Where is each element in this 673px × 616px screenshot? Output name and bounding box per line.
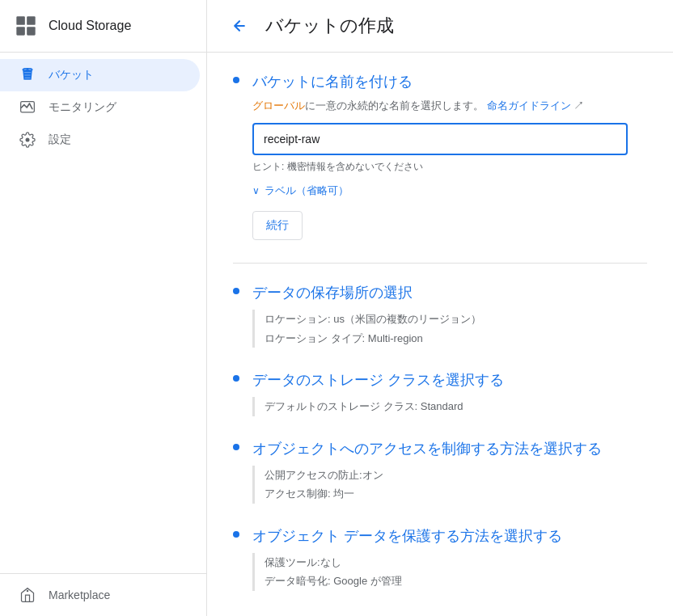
storage-class-line-1: デフォルトのストレージ クラス: Standard (265, 397, 647, 416)
page-title: バケットの作成 (265, 14, 394, 38)
back-button[interactable] (226, 13, 252, 39)
sidebar-item-monitoring[interactable]: モニタリング (0, 91, 200, 124)
bucket-name-input[interactable] (252, 123, 628, 155)
step-bullet-4 (233, 444, 239, 450)
sidebar-item-settings[interactable]: 設定 (0, 124, 200, 156)
monitoring-icon (19, 99, 36, 116)
step-location-info: ロケーション: us（米国の複数のリージョン） ロケーション タイプ: Mult… (252, 310, 647, 348)
marketplace-label: Marketplace (49, 589, 110, 601)
step-bullet-3 (233, 375, 239, 382)
step-storage-class-content: データのストレージ クラスを選択する デフォルトのストレージ クラス: Stan… (252, 370, 647, 416)
step-name-subtext: グローバルに一意の永続的な名前を選択します。 命名ガイドライン ↗ (252, 99, 647, 113)
content-area: バケットに名前を付ける グローバルに一意の永続的な名前を選択します。 命名ガイド… (207, 53, 673, 616)
naming-guidelines-link[interactable]: 命名ガイドライン (487, 99, 571, 112)
input-hint: ヒント: 機密情報を含めないでください (252, 160, 647, 174)
page-header: バケットの作成 (207, 0, 673, 53)
main-content: バケットの作成 バケットに名前を付ける グローバルに一意の永続的な名前を選択しま… (207, 0, 673, 616)
sidebar-nav: バケット モニタリング 設定 (0, 53, 206, 573)
continue-button[interactable]: 続行 (252, 211, 303, 240)
marketplace-icon (19, 587, 36, 603)
svg-rect-1 (27, 16, 35, 24)
svg-point-7 (27, 590, 29, 593)
svg-rect-0 (16, 16, 24, 24)
step-storage-class-info: デフォルトのストレージ クラス: Standard (252, 397, 647, 416)
step-bullet-2 (233, 288, 239, 294)
step-bullet-1 (233, 77, 239, 83)
subtext-middle: に一意の永続的な名前を選択します。 (305, 99, 484, 112)
step-protection-heading: オブジェクト データを保護する方法を選択する (252, 526, 647, 546)
step-name: バケットに名前を付ける グローバルに一意の永続的な名前を選択します。 命名ガイド… (233, 72, 647, 240)
step-location: データの保存場所の選択 ロケーション: us（米国の複数のリージョン） ロケーシ… (233, 283, 647, 348)
label-toggle-text: ラベル（省略可） (265, 184, 349, 198)
protection-line-1: 保護ツール:なし (265, 553, 647, 572)
step-location-heading: データの保存場所の選択 (252, 283, 647, 303)
cloud-storage-logo (13, 13, 39, 39)
step-access-info: 公開アクセスの防止:オン アクセス制御: 均一 (252, 466, 647, 504)
sidebar-header: Cloud Storage (0, 0, 206, 53)
bucket-label: バケット (49, 68, 94, 82)
label-toggle[interactable]: ∨ ラベル（省略可） (252, 184, 647, 198)
step-protection: オブジェクト データを保護する方法を選択する 保護ツール:なし データ暗号化: … (233, 526, 647, 591)
sidebar-title: Cloud Storage (49, 19, 131, 33)
access-line-1: 公開アクセスの防止:オン (265, 466, 647, 484)
settings-label: 設定 (49, 133, 71, 147)
sidebar: Cloud Storage バケット (0, 0, 207, 616)
step-access-content: オブジェクトへのアクセスを制御する方法を選択する 公開アクセスの防止:オン アク… (252, 439, 647, 504)
global-text: グローバル (252, 99, 305, 112)
step-protection-info: 保護ツール:なし データ暗号化: Google が管理 (252, 553, 647, 591)
monitoring-label: モニタリング (49, 100, 116, 115)
settings-icon (19, 132, 36, 148)
svg-rect-3 (27, 27, 35, 35)
location-line-1: ロケーション: us（米国の複数のリージョン） (265, 310, 647, 328)
step-protection-content: オブジェクト データを保護する方法を選択する 保護ツール:なし データ暗号化: … (252, 526, 647, 591)
step-access-heading: オブジェクトへのアクセスを制御する方法を選択する (252, 439, 647, 459)
divider-1 (233, 263, 647, 264)
chevron-icon: ∨ (252, 185, 260, 196)
step-name-content: バケットに名前を付ける グローバルに一意の永続的な名前を選択します。 命名ガイド… (252, 72, 647, 240)
bucket-icon (19, 67, 36, 83)
sidebar-item-bucket[interactable]: バケット (0, 59, 200, 91)
access-line-2: アクセス制御: 均一 (265, 484, 647, 503)
step-storage-class: データのストレージ クラスを選択する デフォルトのストレージ クラス: Stan… (233, 370, 647, 416)
sidebar-item-marketplace[interactable]: Marketplace (0, 573, 206, 616)
step-access: オブジェクトへのアクセスを制御する方法を選択する 公開アクセスの防止:オン アク… (233, 439, 647, 504)
location-line-2: ロケーション タイプ: Multi-region (265, 329, 647, 348)
step-bullet-5 (233, 531, 239, 538)
svg-rect-2 (16, 27, 24, 35)
step-storage-class-heading: データのストレージ クラスを選択する (252, 370, 647, 390)
step-location-content: データの保存場所の選択 ロケーション: us（米国の複数のリージョン） ロケーシ… (252, 283, 647, 348)
step-name-heading: バケットに名前を付ける (252, 72, 647, 92)
protection-line-2: データ暗号化: Google が管理 (265, 572, 647, 590)
